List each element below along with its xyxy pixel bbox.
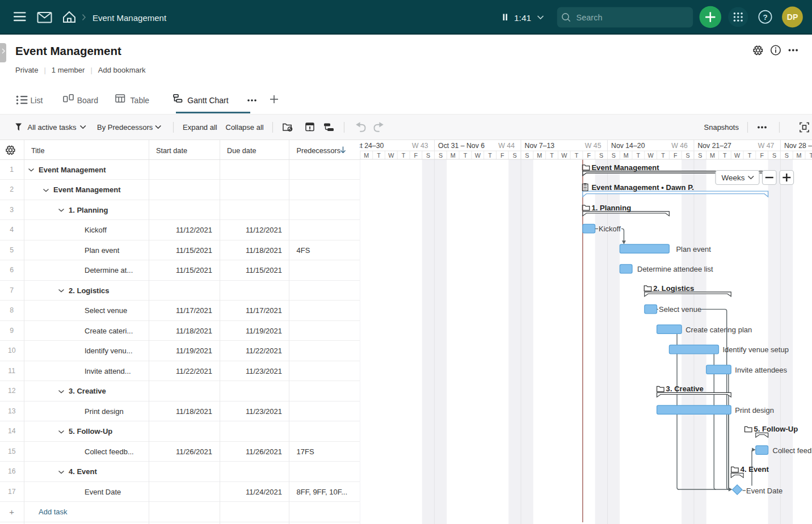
svg-text:S: S bbox=[426, 152, 430, 159]
svg-text:T: T bbox=[488, 152, 492, 159]
svg-text:Create catering plan: Create catering plan bbox=[685, 326, 752, 334]
svg-text:1. Planning: 1. Planning bbox=[591, 204, 631, 212]
svg-text:W 44: W 44 bbox=[498, 142, 515, 150]
svg-text:T: T bbox=[809, 152, 812, 159]
svg-text:F: F bbox=[587, 152, 591, 159]
svg-text:Event Management: Event Management bbox=[92, 13, 167, 23]
svg-text:Table: Table bbox=[131, 96, 150, 105]
svg-text:F: F bbox=[760, 152, 764, 159]
svg-text:Start date: Start date bbox=[156, 147, 187, 155]
svg-text:Identify venue setup: Identify venue setup bbox=[722, 345, 788, 354]
svg-text:T: T bbox=[550, 152, 554, 159]
svg-text:Event Management: Event Management bbox=[591, 163, 659, 172]
svg-text:S: S bbox=[599, 152, 603, 159]
svg-text:3. Creative: 3. Creative bbox=[666, 384, 703, 393]
svg-text:T: T bbox=[723, 152, 727, 159]
svg-text:Due date: Due date bbox=[227, 147, 256, 155]
svg-text:T: T bbox=[401, 152, 405, 159]
svg-text:2. Logistics: 2. Logistics bbox=[653, 284, 694, 293]
svg-text:Weeks: Weeks bbox=[721, 174, 744, 182]
svg-text:Oct 31 – Nov 6: Oct 31 – Nov 6 bbox=[438, 142, 485, 150]
svg-text:S: S bbox=[525, 152, 529, 159]
svg-text:S: S bbox=[784, 152, 788, 159]
svg-text:M: M bbox=[537, 152, 542, 159]
svg-text:Invite attendees: Invite attendees bbox=[735, 366, 787, 374]
svg-text:Expand all: Expand all bbox=[183, 123, 217, 132]
svg-text:F: F bbox=[673, 152, 677, 159]
svg-text:By Predecessors: By Predecessors bbox=[97, 123, 153, 132]
svg-text:S: S bbox=[772, 152, 776, 159]
svg-text:S: S bbox=[698, 152, 702, 159]
svg-text:4. Event: 4. Event bbox=[740, 465, 769, 474]
svg-text:S: S bbox=[512, 152, 516, 159]
svg-text:Select venue: Select venue bbox=[659, 305, 701, 314]
svg-text:List: List bbox=[31, 96, 43, 105]
svg-text:Kickoff: Kickoff bbox=[599, 225, 621, 233]
svg-text:W: W bbox=[388, 152, 394, 159]
svg-text:Nov 28 – Dec 4: Nov 28 – Dec 4 bbox=[784, 142, 812, 150]
svg-text:T: T bbox=[636, 152, 640, 159]
svg-text:M: M bbox=[710, 152, 715, 159]
svg-text:Nov 21–27: Nov 21–27 bbox=[697, 142, 731, 150]
svg-text:Snapshots: Snapshots bbox=[704, 123, 739, 132]
svg-text:T: T bbox=[574, 152, 578, 159]
svg-text:Gantt Chart: Gantt Chart bbox=[187, 96, 228, 105]
svg-text:DP: DP bbox=[787, 12, 798, 22]
svg-text:M: M bbox=[623, 152, 628, 159]
svg-text:M: M bbox=[364, 152, 369, 159]
svg-text:Nov 7–13: Nov 7–13 bbox=[524, 142, 554, 150]
svg-text:T: T bbox=[661, 152, 665, 159]
svg-text:Predecessors: Predecessors bbox=[297, 147, 341, 155]
svg-text:M: M bbox=[450, 152, 455, 159]
svg-text:Board: Board bbox=[77, 96, 98, 105]
svg-text:W: W bbox=[474, 152, 481, 159]
svg-text:W: W bbox=[734, 152, 741, 159]
svg-text:Title: Title bbox=[31, 147, 45, 155]
svg-text:F: F bbox=[500, 152, 504, 159]
svg-text:T: T bbox=[377, 152, 381, 159]
svg-text:W: W bbox=[647, 152, 654, 159]
svg-text:W 46: W 46 bbox=[671, 142, 688, 150]
svg-text:5. Follow-Up: 5. Follow-Up bbox=[754, 425, 798, 433]
svg-text:Event Date: Event Date bbox=[746, 487, 782, 495]
svg-text:T: T bbox=[463, 152, 467, 159]
svg-text:F: F bbox=[414, 152, 418, 159]
svg-text:1:41: 1:41 bbox=[514, 13, 531, 23]
svg-text:Event Management • Dawn P.: Event Management • Dawn P. bbox=[591, 183, 693, 192]
svg-text:S: S bbox=[611, 152, 615, 159]
svg-text:W: W bbox=[561, 152, 567, 159]
svg-text:Nov 14–20: Nov 14–20 bbox=[611, 142, 645, 150]
svg-text:T: T bbox=[747, 152, 751, 159]
svg-text:Collect feedback: Collect feedback bbox=[772, 446, 812, 455]
svg-text:Search: Search bbox=[577, 13, 603, 22]
svg-text:Determine attendee list: Determine attendee list bbox=[637, 265, 713, 273]
svg-text:W 47: W 47 bbox=[758, 142, 774, 150]
svg-text:M: M bbox=[796, 152, 801, 159]
svg-text:?: ? bbox=[763, 13, 767, 22]
svg-text:Collapse all: Collapse all bbox=[226, 123, 264, 132]
svg-text:Oct 24–30: Oct 24–30 bbox=[360, 142, 384, 150]
svg-text:W 45: W 45 bbox=[584, 142, 601, 150]
svg-text:All active tasks: All active tasks bbox=[28, 123, 77, 132]
svg-text:Plan event: Plan event bbox=[676, 245, 711, 253]
svg-text:S: S bbox=[685, 152, 689, 159]
svg-text:W 43: W 43 bbox=[411, 142, 428, 150]
svg-text:Print design: Print design bbox=[735, 406, 774, 415]
svg-text:S: S bbox=[438, 152, 442, 159]
